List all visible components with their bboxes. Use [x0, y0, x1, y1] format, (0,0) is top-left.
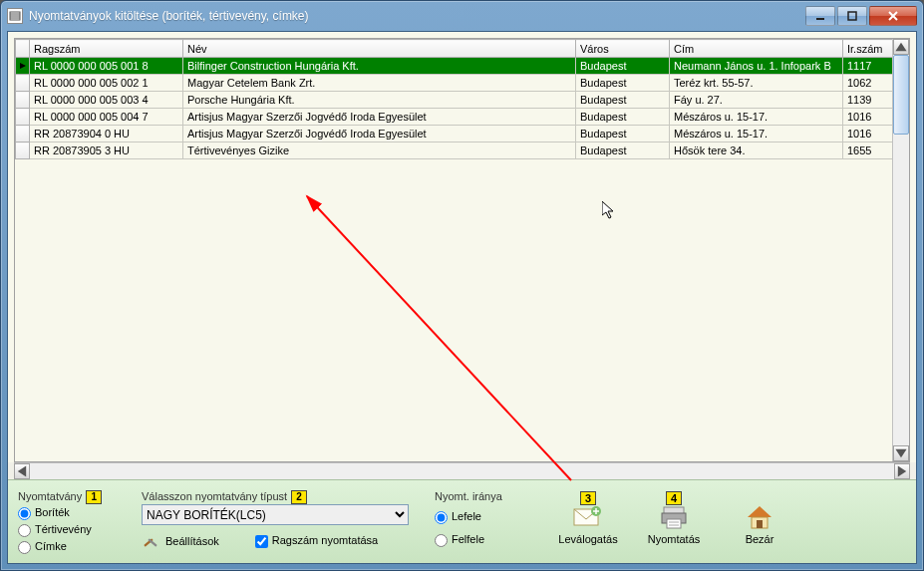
- row-indicator: [16, 92, 30, 109]
- cell-irszam: 1062: [843, 75, 893, 92]
- scroll-right-arrow[interactable]: [894, 463, 910, 479]
- cell-nev: Porsche Hungária Kft.: [183, 92, 576, 109]
- cell-varos: Budapest: [576, 143, 670, 159]
- svg-marker-10: [895, 449, 906, 457]
- data-grid[interactable]: Ragszám Név Város Cím Ir.szám RL 0000 00…: [15, 39, 892, 159]
- cell-varos: Budapest: [576, 92, 670, 109]
- bezar-button[interactable]: Bezár: [730, 503, 789, 545]
- table-row[interactable]: RL 0000 000 005 001 8Bilfinger Construct…: [16, 58, 893, 75]
- svg-marker-9: [895, 43, 906, 51]
- radio-lefele[interactable]: Lefele: [435, 508, 524, 525]
- cell-ragszam: RR 20873905 3 HU: [30, 143, 183, 159]
- col-nev[interactable]: Név: [183, 40, 576, 58]
- table-row[interactable]: RR 20873904 0 HUArtisjus Magyar Szerzői …: [16, 126, 893, 143]
- row-indicator: [16, 75, 30, 92]
- window-title: Nyomtatványok kitöltése (boríték, tértiv…: [29, 9, 805, 23]
- app-icon: [7, 8, 23, 24]
- envelope-plus-icon: [572, 503, 604, 531]
- levalogatas-button[interactable]: 3 Leválogatás: [558, 503, 618, 545]
- table-row[interactable]: RL 0000 000 005 004 7Artisjus Magyar Sze…: [16, 109, 893, 126]
- cell-cim: Fáy u. 27.: [670, 92, 843, 109]
- cell-nev: Bilfinger Construction Hungária Kft.: [183, 58, 576, 75]
- row-indicator: [16, 58, 30, 75]
- svg-marker-15: [898, 465, 906, 476]
- svg-marker-8: [20, 63, 26, 69]
- cell-varos: Budapest: [576, 126, 670, 143]
- col-irszam[interactable]: Ir.szám: [843, 40, 893, 58]
- col-cim[interactable]: Cím: [670, 40, 843, 58]
- radio-cimke[interactable]: Címke: [18, 538, 128, 555]
- cell-nev: Tértivevényes Gizike: [183, 143, 576, 159]
- ragszam-checkbox[interactable]: Ragszám nyomtatása: [255, 534, 378, 548]
- cell-irszam: 1139: [843, 92, 893, 109]
- scroll-down-arrow[interactable]: [893, 445, 909, 461]
- radio-boritek[interactable]: Boríték: [18, 504, 128, 521]
- cell-nev: Magyar Cetelem Bank Zrt.: [183, 75, 576, 92]
- group-valasszon-label: Válasszon nyomtatvány típust: [142, 490, 287, 502]
- svg-marker-27: [748, 506, 771, 517]
- col-varos[interactable]: Város: [576, 40, 670, 58]
- radio-tertivevenyes[interactable]: Tértivevény: [18, 521, 128, 538]
- cell-ragszam: RR 20873904 0 HU: [30, 126, 183, 143]
- cell-ragszam: RL 0000 000 005 004 7: [30, 109, 183, 126]
- cell-irszam: 1016: [843, 109, 893, 126]
- vertical-scrollbar[interactable]: [892, 39, 909, 461]
- maximize-button[interactable]: [837, 6, 867, 26]
- home-icon: [744, 503, 775, 531]
- printer-icon: [658, 503, 690, 531]
- group-iranya-label: Nyomt. iránya: [435, 490, 502, 502]
- cell-ragszam: RL 0000 000 005 002 1: [30, 75, 183, 92]
- cell-cim: Mészáros u. 15-17.: [670, 126, 843, 143]
- cell-irszam: 1655: [843, 143, 893, 159]
- beallitasok-button[interactable]: Beállítások: [165, 535, 219, 547]
- row-indicator: [16, 126, 30, 143]
- svg-rect-24: [667, 519, 681, 528]
- svg-marker-14: [18, 465, 26, 476]
- nyomtatas-button[interactable]: 4 Nyomtatás: [644, 503, 704, 545]
- scroll-up-arrow[interactable]: [893, 39, 909, 55]
- cell-varos: Budapest: [576, 109, 670, 126]
- callout-4: 4: [666, 491, 682, 505]
- table-row[interactable]: RL 0000 000 005 002 1Magyar Cetelem Bank…: [16, 75, 893, 92]
- cell-ragszam: RL 0000 000 005 003 4: [30, 92, 183, 109]
- cell-varos: Budapest: [576, 58, 670, 75]
- callout-1: 1: [86, 490, 102, 504]
- row-indicator: [16, 109, 30, 126]
- cell-nev: Artisjus Magyar Szerzői Jogvédő Iroda Eg…: [183, 109, 576, 126]
- svg-rect-5: [848, 12, 856, 20]
- callout-3: 3: [580, 491, 596, 505]
- radio-felfele[interactable]: Felfele: [435, 531, 524, 548]
- table-row[interactable]: RL 0000 000 005 003 4Porsche Hungária Kf…: [16, 92, 893, 109]
- cell-irszam: 1117: [843, 58, 893, 75]
- svg-rect-29: [757, 520, 763, 528]
- group-nyomtatvany-label: Nyomtatvány: [18, 490, 82, 502]
- settings-icon: [142, 531, 159, 551]
- row-indicator: [16, 143, 30, 159]
- cell-irszam: 1016: [843, 126, 893, 143]
- col-ragszam[interactable]: Ragszám: [30, 40, 183, 58]
- scroll-left-arrow[interactable]: [14, 463, 30, 479]
- callout-2: 2: [291, 490, 307, 504]
- horizontal-scrollbar[interactable]: [14, 462, 910, 479]
- scroll-thumb[interactable]: [893, 55, 909, 135]
- cell-cim: Mészáros u. 15-17.: [670, 109, 843, 126]
- close-button[interactable]: [869, 6, 917, 26]
- table-row[interactable]: RR 20873905 3 HUTértivevényes GizikeBuda…: [16, 143, 893, 159]
- cell-cim: Hősök tere 34.: [670, 143, 843, 159]
- cell-varos: Budapest: [576, 75, 670, 92]
- template-select[interactable]: NAGY BORÍTÉK(LC5): [142, 504, 409, 525]
- cell-cim: Teréz krt. 55-57.: [670, 75, 843, 92]
- cell-cim: Neumann János u. 1. Infopark B: [670, 58, 843, 75]
- cell-nev: Artisjus Magyar Szerzői Jogvédő Iroda Eg…: [183, 126, 576, 143]
- cell-ragszam: RL 0000 000 005 001 8: [30, 58, 183, 75]
- titlebar: Nyomtatványok kitöltése (boríték, tértiv…: [1, 1, 923, 31]
- minimize-button[interactable]: [805, 6, 835, 26]
- indicator-header: [16, 40, 30, 58]
